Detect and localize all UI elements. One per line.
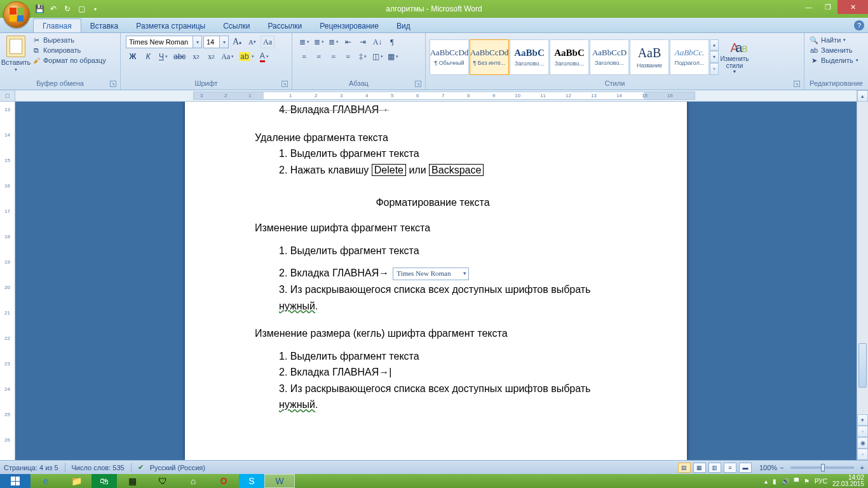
maximize-button[interactable]: ❐ bbox=[818, 0, 837, 14]
bullets-button[interactable]: ≣▾ bbox=[297, 36, 311, 48]
borders-button[interactable]: ▦▾ bbox=[386, 50, 400, 63]
sort-button[interactable]: A↓ bbox=[370, 36, 384, 48]
ruler-corner-icon[interactable]: ▢ bbox=[0, 90, 15, 102]
underline-button[interactable]: Ч▾ bbox=[156, 50, 170, 63]
taskbar-app1-icon[interactable]: ▦ bbox=[117, 474, 147, 488]
start-button[interactable] bbox=[0, 474, 31, 488]
taskbar-home-icon[interactable]: ⌂ bbox=[178, 474, 208, 488]
clipboard-launcher[interactable]: ↘ bbox=[110, 81, 116, 87]
indent-inc-button[interactable]: ⇥ bbox=[356, 36, 370, 48]
document-viewport[interactable]: 4. Вкладка ГЛАВНАЯ→ Удаление фрагмента т… bbox=[15, 102, 857, 460]
find-button[interactable]: 🔍Найти ▾ bbox=[810, 36, 858, 44]
multilevel-button[interactable]: ≣▾ bbox=[327, 36, 341, 48]
styles-launcher[interactable]: ↘ bbox=[794, 81, 800, 87]
replace-button[interactable]: abЗаменить bbox=[810, 46, 858, 55]
style-title[interactable]: AaBНазвание bbox=[630, 39, 669, 75]
prev-page-icon[interactable]: ◦ bbox=[857, 426, 868, 437]
show-marks-button[interactable]: ¶ bbox=[385, 36, 399, 48]
office-button[interactable] bbox=[3, 1, 30, 28]
align-left-button[interactable]: ≡ bbox=[297, 50, 311, 63]
scroll-down-icon[interactable]: ▾ bbox=[857, 414, 868, 426]
taskbar-opera-icon[interactable]: O bbox=[208, 474, 239, 488]
paragraph-launcher[interactable]: ↘ bbox=[415, 81, 421, 87]
style-heading3[interactable]: AaBbCcDЗаголово... bbox=[590, 39, 629, 75]
scroll-up-icon[interactable]: ▴ bbox=[857, 90, 868, 102]
italic-button[interactable]: К bbox=[141, 50, 155, 63]
view-outline[interactable]: ≡ bbox=[724, 463, 736, 473]
taskbar-ie-icon[interactable]: e bbox=[31, 474, 61, 488]
format-painter-button[interactable]: 🖌Формат по образцу bbox=[32, 56, 106, 65]
style-normal[interactable]: AaBbCcDd¶ Обычный bbox=[430, 39, 469, 75]
taskbar-store-icon[interactable]: 🛍 bbox=[92, 474, 117, 488]
clear-format-button[interactable]: Aa bbox=[261, 36, 275, 48]
shrink-font-button[interactable]: A▾ bbox=[245, 36, 259, 48]
tray-clock[interactable]: 14:0222.03.2015 bbox=[832, 475, 864, 487]
style-heading1[interactable]: AaBbCЗаголово... bbox=[510, 39, 549, 75]
view-full-screen[interactable]: ▦ bbox=[693, 463, 706, 473]
save-icon[interactable]: 💾 bbox=[33, 3, 46, 15]
tray-sound-icon[interactable]: 🔊 bbox=[782, 478, 789, 485]
change-case-button[interactable]: Aa▾ bbox=[219, 50, 236, 63]
tab-page-layout[interactable]: Разметка страницы bbox=[127, 19, 214, 32]
zoom-out-button[interactable]: − bbox=[780, 464, 783, 471]
highlight-button[interactable]: ab▾ bbox=[237, 50, 255, 63]
shading-button[interactable]: ◫▾ bbox=[370, 50, 385, 63]
copy-button[interactable]: ⧉Копировать bbox=[32, 46, 106, 55]
style-subtitle[interactable]: AaBbCc.Подзагол... bbox=[670, 39, 709, 75]
paste-button[interactable]: Вставить ▼ bbox=[3, 34, 29, 73]
zoom-slider[interactable] bbox=[790, 466, 854, 469]
close-button[interactable]: ✕ bbox=[837, 0, 868, 14]
tab-home[interactable]: Главная bbox=[33, 18, 81, 32]
grow-font-button[interactable]: A▴ bbox=[230, 36, 244, 48]
view-print-layout[interactable]: ▤ bbox=[678, 463, 691, 473]
style-no-spacing[interactable]: AaBbCcDd¶ Без инте... bbox=[470, 39, 509, 75]
indent-dec-button[interactable]: ⇤ bbox=[341, 36, 355, 48]
tray-network-icon[interactable]: ▀ bbox=[794, 478, 799, 485]
numbering-button[interactable]: ≣▾ bbox=[312, 36, 326, 48]
select-button[interactable]: ➤Выделить ▾ bbox=[810, 56, 858, 65]
vertical-scrollbar[interactable]: ▴ ▾ ◦ ◉ ◦ bbox=[857, 90, 868, 460]
subscript-button[interactable]: x2 bbox=[189, 50, 203, 63]
help-icon[interactable]: ? bbox=[854, 20, 864, 30]
undo-icon[interactable]: ↶ bbox=[47, 3, 60, 15]
style-heading2[interactable]: AaBbCЗаголово... bbox=[550, 39, 589, 75]
browse-object-icon[interactable]: ◉ bbox=[857, 437, 868, 449]
tab-view[interactable]: Вид bbox=[388, 19, 419, 32]
taskbar-skype-icon[interactable]: S bbox=[239, 474, 264, 488]
tab-mailings[interactable]: Рассылки bbox=[259, 19, 311, 32]
line-spacing-button[interactable]: ‡▾ bbox=[356, 50, 370, 63]
taskbar-word-icon[interactable]: W bbox=[264, 474, 295, 488]
scroll-thumb[interactable] bbox=[858, 343, 867, 388]
align-right-button[interactable]: ≡ bbox=[327, 50, 341, 63]
status-words[interactable]: Число слов: 535 bbox=[72, 464, 125, 471]
font-color-button[interactable]: A▾ bbox=[257, 50, 271, 63]
next-page-icon[interactable]: ◦ bbox=[857, 449, 868, 460]
tray-flag-icon[interactable]: ⚑ bbox=[804, 478, 810, 485]
zoom-in-button[interactable]: + bbox=[860, 464, 864, 471]
styles-scrollbar[interactable]: ▴▾▿ bbox=[710, 39, 719, 75]
bold-button[interactable]: Ж bbox=[126, 50, 140, 63]
tab-review[interactable]: Рецензирование bbox=[311, 19, 388, 32]
strike-button[interactable]: abc bbox=[172, 50, 187, 63]
status-page[interactable]: Страница: 4 из 5 bbox=[4, 464, 58, 471]
minimize-button[interactable]: — bbox=[799, 0, 818, 14]
superscript-button[interactable]: x2 bbox=[204, 50, 218, 63]
new-doc-icon[interactable]: ▢ bbox=[75, 3, 88, 15]
qat-more-icon[interactable]: ▾ bbox=[89, 3, 102, 15]
taskbar-shield-icon[interactable]: 🛡 bbox=[147, 474, 178, 488]
redo-icon[interactable]: ↻ bbox=[61, 3, 74, 15]
align-justify-button[interactable]: ≡ bbox=[341, 50, 355, 63]
tab-insert[interactable]: Вставка bbox=[81, 19, 128, 32]
tab-references[interactable]: Ссылки bbox=[214, 19, 259, 32]
font-size-combo[interactable]: 14▾ bbox=[203, 36, 229, 48]
change-styles-button[interactable]: AaB Изменить стили▼ bbox=[719, 41, 750, 74]
tray-battery-icon[interactable]: ▮ bbox=[773, 478, 776, 485]
spellcheck-icon[interactable]: ✔ bbox=[138, 463, 144, 471]
status-language[interactable]: Русский (Россия) bbox=[150, 464, 205, 471]
document-page[interactable]: 4. Вкладка ГЛАВНАЯ→ Удаление фрагмента т… bbox=[185, 102, 687, 460]
align-center-button[interactable]: ≡ bbox=[312, 50, 326, 63]
taskbar-explorer-icon[interactable]: 📁 bbox=[61, 474, 92, 488]
font-name-combo[interactable]: Times New Roman▾ bbox=[126, 36, 202, 48]
view-draft[interactable]: ▬ bbox=[739, 463, 752, 473]
view-web[interactable]: ▥ bbox=[709, 463, 721, 473]
